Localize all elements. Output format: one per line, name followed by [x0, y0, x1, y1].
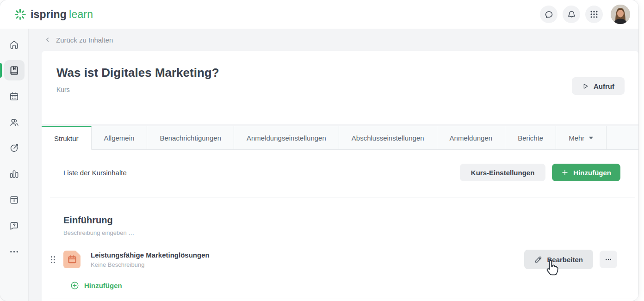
- ispring-learn-logo[interactable]: ispringlearn: [14, 8, 93, 21]
- sidebar-item-more[interactable]: [4, 241, 25, 262]
- content-item-subtitle: Keine Beschreibung: [91, 261, 210, 268]
- sidebar-item-courses[interactable]: [4, 60, 25, 80]
- breadcrumb-label: Zurück zu Inhalten: [56, 36, 113, 44]
- topbar-actions: [540, 5, 630, 24]
- item-more-button[interactable]: [600, 251, 617, 268]
- course-header-card: Was ist Digitales Marketing? Kurs Aufruf: [42, 51, 638, 124]
- goals-target-icon: [9, 143, 19, 154]
- pencil-icon: [534, 256, 542, 264]
- play-icon: [582, 83, 589, 90]
- courses-book-icon: [9, 65, 19, 76]
- messages-icon[interactable]: [540, 6, 557, 23]
- more-ellipsis-icon: [9, 246, 19, 257]
- tab-anmeldungseinstellungen[interactable]: Anmeldungseinstellungen: [234, 126, 339, 150]
- reports-chart-icon: [9, 169, 19, 179]
- chapter-description-placeholder[interactable]: Beschreibung eingeben …: [63, 229, 638, 236]
- sidebar-item-goals[interactable]: [4, 138, 25, 158]
- content-item-row: Leistungsfähige Marketinglösungen Keine …: [42, 242, 638, 276]
- course-file-calendar-icon: [62, 250, 82, 269]
- tab-benachrichtigungen[interactable]: Benachrichtigungen: [147, 126, 234, 150]
- notifications-bell-icon[interactable]: [563, 6, 580, 23]
- bottom-divider: [50, 299, 635, 299]
- sidebar-item-help[interactable]: [4, 215, 25, 236]
- preview-button[interactable]: Aufruf: [572, 77, 625, 95]
- help-chat-icon: [9, 221, 19, 231]
- content-item-title[interactable]: Leistungsfähige Marketinglösungen: [91, 251, 210, 259]
- home-icon: [9, 39, 19, 50]
- plus-circle-icon: [70, 281, 79, 290]
- course-structure-panel: Liste der Kursinhalte Kurs-Einstellungen…: [42, 150, 638, 301]
- user-avatar[interactable]: [611, 5, 630, 24]
- tab-allgemein[interactable]: Allgemein: [92, 126, 148, 150]
- sidebar-item-calendar[interactable]: [4, 86, 25, 106]
- plus-icon: [561, 169, 569, 176]
- sidebar-item-home[interactable]: [4, 34, 25, 55]
- chevron-down-icon: [588, 136, 594, 140]
- sidebar-nav: [0, 29, 29, 301]
- info-window-icon: [9, 195, 19, 205]
- course-tabs: Struktur Allgemein Benachrichtigungen An…: [42, 126, 638, 150]
- main-area: Zurück zu Inhalten Was ist Digitales Mar…: [29, 29, 638, 301]
- add-content-button[interactable]: Hinzufügen: [552, 164, 620, 181]
- calendar-icon: [9, 91, 19, 102]
- tab-anmeldungen[interactable]: Anmeldungen: [437, 126, 506, 150]
- topbar: ispringlearn: [0, 0, 638, 29]
- tab-abschlusseinstellungen[interactable]: Abschlusseinstellungen: [339, 126, 437, 150]
- content-list-label: Liste der Kursinhalte: [63, 169, 127, 177]
- chevron-left-icon: [44, 37, 51, 43]
- more-ellipsis-icon: [605, 256, 612, 263]
- tab-bar-filler: [607, 126, 638, 150]
- edit-button[interactable]: Bearbeiten: [524, 250, 593, 269]
- sidebar-item-users[interactable]: [4, 112, 25, 132]
- users-icon: [9, 117, 19, 128]
- chapter-title: Einführung: [63, 215, 638, 226]
- tab-berichte[interactable]: Berichte: [505, 126, 556, 150]
- tab-struktur[interactable]: Struktur: [42, 126, 92, 150]
- app-window: ispringlearn: [0, 0, 638, 301]
- sidebar-item-info[interactable]: [4, 190, 25, 210]
- breadcrumb[interactable]: Zurück zu Inhalten: [29, 29, 638, 51]
- logo-text: ispringlearn: [31, 8, 93, 21]
- drag-handle[interactable]: [49, 256, 56, 264]
- add-item-link[interactable]: Hinzufügen: [70, 281, 122, 290]
- course-settings-button[interactable]: Kurs-Einstellungen: [460, 164, 546, 181]
- tab-mehr[interactable]: Mehr: [556, 126, 607, 150]
- page-subtitle: Kurs: [56, 86, 638, 93]
- page-title: Was ist Digitales Marketing?: [56, 66, 638, 80]
- sidebar-item-reports[interactable]: [4, 164, 25, 184]
- ispring-spinner-icon: [14, 8, 26, 21]
- apps-grid-icon[interactable]: [585, 6, 603, 23]
